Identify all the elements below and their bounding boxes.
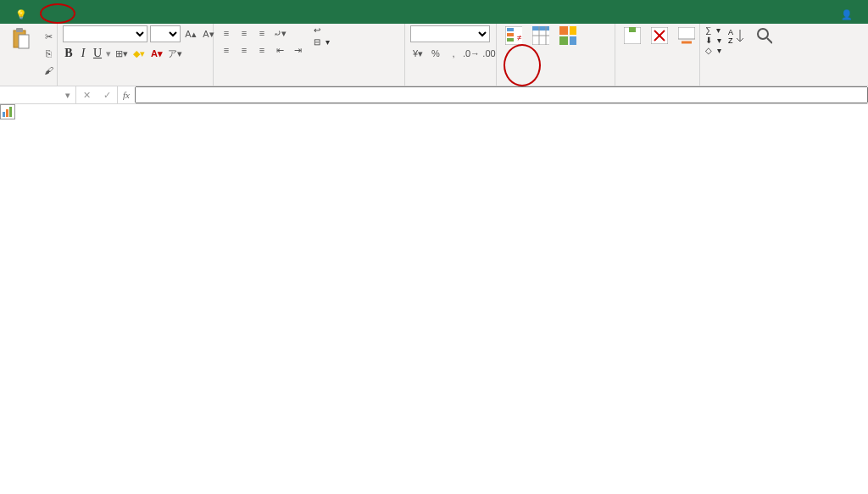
svg-rect-28 — [6, 109, 8, 117]
bold-button[interactable]: B — [63, 47, 75, 60]
clipboard-icon — [8, 27, 34, 53]
copy-button[interactable]: ⎘ — [41, 46, 56, 61]
chevron-down-icon: ▾ — [106, 48, 111, 59]
cells-group-label — [620, 84, 694, 86]
find-select-button[interactable] — [752, 25, 776, 47]
enter-formula-button[interactable]: ✓ — [97, 90, 117, 101]
svg-rect-18 — [629, 27, 636, 32]
autosum-button[interactable]: ∑▾ — [705, 25, 721, 35]
ribbon: ✂ ⎘ 🖌 A▴ A▾ B I U ▾ ⊞▾ ◆▾ A▾ ア▾ — [0, 24, 868, 86]
percent-button[interactable]: % — [428, 46, 443, 61]
merge-icon: ⊟ — [314, 37, 320, 47]
fx-label[interactable]: fx — [118, 86, 135, 103]
delete-icon — [651, 27, 668, 44]
share-button[interactable]: 👤 — [834, 9, 863, 20]
svg-rect-15 — [559, 36, 568, 45]
align-center-button[interactable]: ≡ — [236, 42, 252, 58]
editing-group-label — [705, 84, 858, 86]
tell-me[interactable]: 💡 — [15, 9, 31, 20]
clipboard-group-label — [5, 84, 52, 86]
font-group-label — [63, 84, 208, 86]
insert-cells-button[interactable] — [620, 25, 644, 47]
insert-icon — [624, 27, 641, 44]
conditional-format-icon: ≠ — [505, 27, 522, 44]
format-icon — [678, 27, 695, 44]
sort-filter-button[interactable]: AZ — [725, 25, 748, 47]
sort-icon: AZ — [728, 27, 745, 44]
conditional-format-button[interactable]: ≠ — [502, 25, 526, 47]
number-group-label — [410, 84, 491, 86]
fill-icon: ⬇ — [705, 36, 712, 45]
wrap-icon: ↩ — [314, 25, 320, 35]
name-box[interactable]: ▾ — [0, 86, 76, 103]
underline-button[interactable]: U — [92, 47, 103, 60]
format-painter-button[interactable]: 🖌 — [41, 63, 56, 78]
svg-point-25 — [758, 29, 768, 39]
svg-text:Z: Z — [728, 36, 733, 45]
align-right-button[interactable]: ≡ — [254, 42, 270, 58]
align-bottom-button[interactable]: ≡ — [254, 25, 270, 41]
svg-rect-29 — [9, 107, 12, 117]
svg-rect-13 — [559, 26, 568, 35]
increase-font-button[interactable]: A▴ — [183, 26, 198, 42]
chevron-down-icon: ▾ — [65, 90, 70, 101]
format-cells-button[interactable] — [675, 25, 698, 47]
format-as-table-button[interactable] — [529, 25, 553, 47]
svg-text:A: A — [728, 28, 733, 36]
delete-cells-button[interactable] — [648, 25, 671, 47]
spreadsheet-grid[interactable] — [0, 104, 868, 494]
cancel-formula-button[interactable]: ✕ — [76, 90, 97, 101]
border-button[interactable]: ⊞▾ — [114, 46, 129, 61]
decrease-decimal-button[interactable]: .00 — [481, 46, 497, 61]
font-name-select[interactable] — [63, 25, 147, 42]
svg-rect-16 — [570, 36, 576, 45]
copy-icon: ⎘ — [46, 48, 52, 58]
chevron-down-icon: ▾ — [326, 37, 330, 47]
increase-indent-button[interactable]: ⇥ — [290, 42, 305, 58]
increase-decimal-button[interactable]: .0→ — [464, 46, 479, 61]
share-icon: 👤 — [841, 9, 853, 20]
merge-center-button[interactable]: ⊟▾ — [314, 37, 330, 47]
comma-button[interactable]: , — [446, 46, 461, 61]
svg-rect-9 — [532, 26, 549, 31]
font-color-button[interactable]: A▾ — [149, 46, 164, 61]
align-top-button[interactable]: ≡ — [219, 25, 234, 41]
font-size-select[interactable] — [150, 25, 181, 42]
decrease-indent-button[interactable]: ⇤ — [272, 42, 287, 58]
formula-bar-row: ▾ ✕ ✓ fx — [0, 86, 868, 104]
paste-button[interactable] — [5, 25, 37, 55]
align-middle-button[interactable]: ≡ — [236, 25, 252, 41]
cut-button[interactable]: ✂ — [41, 29, 56, 44]
fill-button[interactable]: ⬇▾ — [705, 36, 721, 45]
lightbulb-icon: 💡 — [15, 9, 27, 20]
svg-line-26 — [767, 38, 772, 43]
wrap-text-button[interactable]: ↩ — [314, 25, 330, 35]
table-icon — [532, 27, 549, 44]
clear-button[interactable]: ◇▾ — [705, 46, 721, 55]
formula-input[interactable] — [135, 86, 868, 103]
svg-rect-1 — [16, 28, 23, 32]
cell-styles-button[interactable] — [556, 25, 580, 47]
svg-rect-14 — [570, 26, 576, 35]
phonetic-button[interactable]: ア▾ — [167, 46, 182, 61]
align-group-label — [219, 84, 399, 86]
number-format-select[interactable] — [410, 25, 490, 42]
svg-text:≠: ≠ — [517, 33, 522, 42]
svg-rect-6 — [507, 38, 514, 42]
highlight-circle-home — [40, 3, 75, 24]
align-left-button[interactable]: ≡ — [219, 42, 234, 58]
svg-rect-22 — [678, 27, 695, 39]
italic-button[interactable]: I — [77, 47, 89, 60]
search-icon — [755, 27, 772, 44]
fill-color-button[interactable]: ◆▾ — [131, 46, 147, 61]
menu-bar: 💡 👤 — [0, 5, 868, 24]
cell-style-icon — [559, 27, 576, 44]
brush-icon: 🖌 — [44, 65, 53, 75]
svg-rect-2 — [19, 35, 29, 48]
quick-analysis-button[interactable] — [0, 104, 15, 119]
sigma-icon: ∑ — [705, 25, 711, 35]
orientation-button[interactable]: ⤾▾ — [272, 25, 287, 41]
svg-rect-4 — [507, 28, 514, 31]
currency-button[interactable]: ¥▾ — [410, 46, 426, 61]
svg-rect-27 — [3, 112, 5, 117]
